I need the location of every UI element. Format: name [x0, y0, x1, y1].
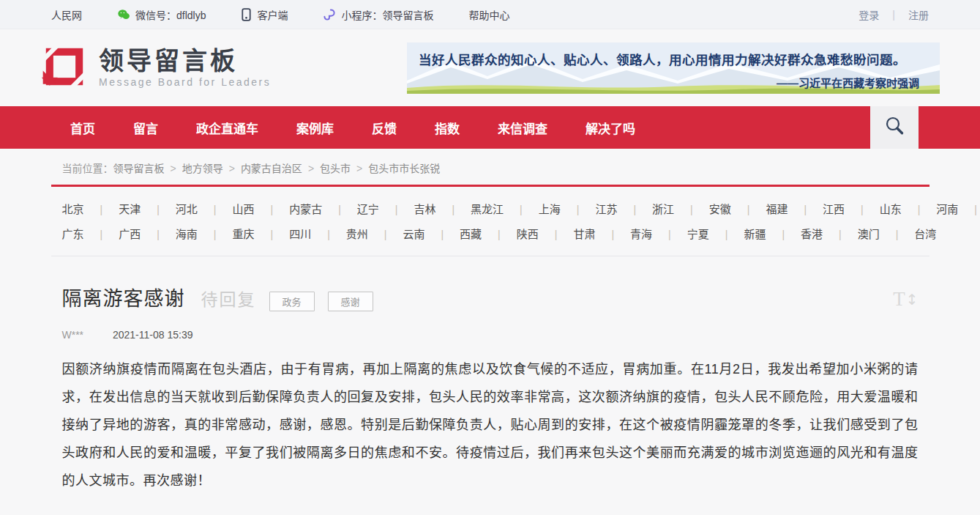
region-row-1: 北京 天津 河北 山西 内蒙古 辽宁 吉林 黑龙江 上海 江苏 浙江 安徽 福建…: [62, 196, 919, 221]
region-link[interactable]: 黑龙江: [471, 201, 539, 216]
topbar-link-miniprogram[interactable]: 小程序：领导留言板: [323, 7, 433, 22]
article-meta: W*** 2021-11-08 15:39: [62, 329, 919, 341]
banner-slogan-line1: 当好人民群众的知心人、贴心人、领路人，用心用情用力解决好群众急难愁盼问题。: [419, 50, 929, 68]
region-link[interactable]: 海南: [176, 226, 233, 241]
region-link[interactable]: 安徽: [709, 201, 766, 216]
breadcrumb-link[interactable]: 领导留言板: [113, 163, 165, 174]
logo-title: 领导留言板: [99, 48, 271, 74]
author-name: W***: [62, 329, 84, 341]
breadcrumb-section: 当前位置：领导留言板>地方领导>内蒙古自治区>包头市>包头市市长张锐>: [51, 149, 929, 187]
topbar-link-help-center[interactable]: 帮助中心: [468, 7, 509, 22]
article-title: 隔离游客感谢: [62, 283, 185, 311]
nav-item[interactable]: 反馈: [353, 119, 416, 137]
login-link[interactable]: 登录: [859, 7, 879, 22]
tag-badge[interactable]: 政务: [269, 292, 315, 311]
region-link[interactable]: 江苏: [595, 201, 652, 216]
topbar-label: 微信号：dfldlyb: [135, 7, 206, 22]
site-header: 领导留言板 Message Board for Leaders 当好人民群众的知…: [0, 29, 980, 106]
region-link[interactable]: 甘肃: [573, 226, 630, 241]
topbar-label: 客户端: [257, 7, 288, 22]
region-link[interactable]: 宁夏: [687, 226, 744, 241]
region-link[interactable]: 山东: [880, 201, 937, 216]
nav-item[interactable]: 来信调查: [479, 119, 566, 137]
region-row-2: 广东 广西 海南 重庆 四川 贵州 云南 西藏 陕西 甘肃 青海 宁夏 新疆 香…: [62, 221, 919, 245]
breadcrumb-link[interactable]: 地方领导: [182, 163, 223, 174]
region-link[interactable]: 吉林: [414, 201, 471, 216]
region-link[interactable]: 河北: [176, 201, 233, 216]
auth-separator: |: [892, 9, 895, 21]
main-nav: 首页 留言 政企直通车 案例库 反馈 指数 来信调查 解决了吗: [0, 106, 980, 149]
region-link[interactable]: 贵州: [346, 226, 403, 241]
region-link[interactable]: 浙江: [652, 201, 709, 216]
article-tags: 政务感谢: [256, 292, 373, 311]
wechat-icon: [117, 8, 130, 21]
main-nav-list: 首页 留言 政企直通车 案例库 反馈 指数 来信调查 解决了吗: [51, 106, 654, 149]
font-size-icon: T: [893, 288, 905, 311]
register-link[interactable]: 注册: [908, 7, 929, 22]
region-link[interactable]: 北京: [62, 201, 119, 216]
region-link[interactable]: 陕西: [517, 226, 574, 241]
tag-badge[interactable]: 感谢: [328, 292, 373, 311]
message-article: 隔离游客感谢 待回复 政务感谢 T ↕ W*** 2021-11-08 15:3…: [51, 256, 929, 515]
nav-item[interactable]: 案例库: [277, 119, 353, 137]
breadcrumb-link[interactable]: 包头市: [320, 163, 351, 174]
region-link[interactable]: 澳门: [858, 226, 915, 241]
region-link[interactable]: 香港: [801, 226, 858, 241]
auth-links: 登录 | 注册: [859, 7, 929, 22]
breadcrumb-link[interactable]: 内蒙古自治区: [241, 163, 302, 174]
font-size-toggle[interactable]: T ↕: [893, 288, 918, 311]
region-link-panel: 北京 天津 河北 山西 内蒙古 辽宁 吉林 黑龙江 上海 江苏 浙江 安徽 福建…: [51, 187, 929, 256]
font-size-arrows-icon: ↕: [906, 291, 919, 308]
topbar-label: 人民网: [51, 7, 82, 22]
post-datetime: 2021-11-08 15:39: [113, 329, 193, 341]
region-link[interactable]: 四川: [289, 226, 346, 241]
region-link[interactable]: 河南: [936, 201, 980, 216]
region-link[interactable]: 上海: [539, 201, 596, 216]
region-link[interactable]: 云南: [403, 226, 460, 241]
site-logo[interactable]: 领导留言板 Message Board for Leaders: [40, 42, 271, 94]
topbar-link-peoples-daily[interactable]: 人民网: [51, 7, 82, 22]
banner-text: 当好人民群众的知心人、贴心人、领路人，用心用情用力解决好群众急难愁盼问题。 ——…: [407, 42, 940, 90]
nav-item[interactable]: 解决了吗: [566, 119, 654, 137]
breadcrumb-items: 领导留言板>地方领导>内蒙古自治区>包头市>包头市市长张锐>: [113, 163, 441, 174]
breadcrumb-separator: >: [229, 163, 235, 174]
region-link[interactable]: 西藏: [460, 226, 517, 241]
search-button[interactable]: [870, 106, 919, 149]
region-link[interactable]: 台湾: [914, 226, 936, 241]
logo-subtitle: Message Board for Leaders: [99, 76, 271, 88]
breadcrumb-label: 当前位置：: [62, 163, 113, 174]
nav-item[interactable]: 留言: [114, 119, 177, 137]
region-link[interactable]: 江西: [823, 201, 880, 216]
message-body: 因额济纳旗疫情而隔离在包头酒店，由于有胃病，再加上隔离的焦虑以及饮食气候的不适应…: [62, 355, 919, 494]
search-icon: [883, 115, 905, 140]
breadcrumb-separator: >: [171, 163, 176, 174]
topbar-label: 帮助中心: [468, 7, 509, 22]
region-link[interactable]: 天津: [119, 201, 176, 216]
logo-mark-icon: [40, 42, 89, 94]
mobile-app-icon: [241, 8, 252, 21]
region-link[interactable]: 山西: [232, 201, 289, 216]
article-title-row: 隔离游客感谢 待回复 政务感谢 T ↕: [62, 283, 919, 311]
slogan-banner: 当好人民群众的知心人、贴心人、领路人，用心用情用力解决好群众急难愁盼问题。 ——…: [407, 42, 940, 94]
nav-item[interactable]: 首页: [51, 119, 114, 137]
breadcrumb-separator: >: [356, 163, 362, 174]
region-link[interactable]: 内蒙古: [289, 201, 357, 216]
banner-slogan-line2: ——习近平在西藏考察时强调: [419, 75, 929, 90]
nav-item[interactable]: 政企直通车: [177, 119, 277, 137]
nav-item[interactable]: 指数: [416, 119, 479, 137]
region-link[interactable]: 福建: [766, 201, 823, 216]
breadcrumb-link[interactable]: 包头市市长张锐: [368, 163, 440, 174]
topbar-link-app-client[interactable]: 客户端: [241, 7, 288, 22]
region-link[interactable]: 广西: [119, 226, 176, 241]
topbar-label: 小程序：领导留言板: [341, 7, 433, 22]
region-link[interactable]: 重庆: [232, 226, 289, 241]
region-link[interactable]: 新疆: [744, 226, 801, 241]
breadcrumb: 当前位置：领导留言板>地方领导>内蒙古自治区>包头市>包头市市长张锐>: [51, 149, 929, 185]
region-link[interactable]: 辽宁: [357, 201, 414, 216]
logo-text: 领导留言板 Message Board for Leaders: [99, 48, 271, 88]
region-link[interactable]: 青海: [630, 226, 687, 241]
region-link[interactable]: 广东: [62, 226, 119, 241]
top-utility-bar: 人民网 微信号：dfldlyb 客户端 小程序：领导留言板 帮助中心 登录 | …: [0, 0, 980, 29]
reply-status-label: 待回复: [201, 286, 256, 311]
topbar-link-wechat[interactable]: 微信号：dfldlyb: [117, 7, 206, 22]
